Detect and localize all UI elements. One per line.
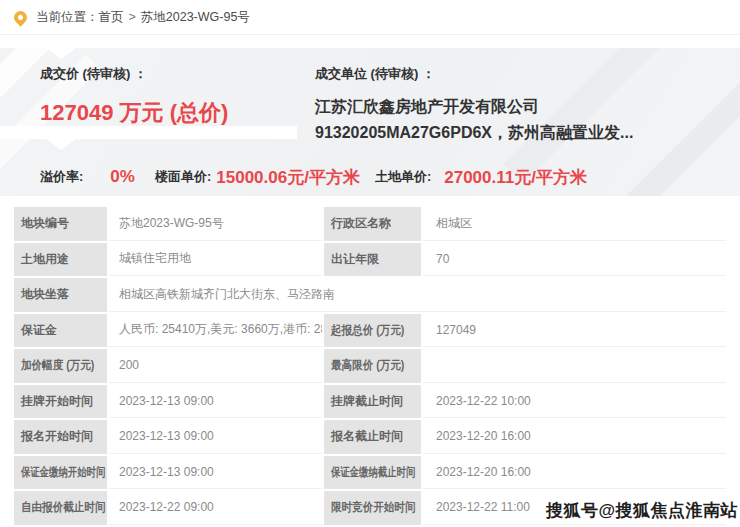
deposit-value: 人民币: 25410万,美元: 3660万,港币: 28590万: [109, 314, 322, 348]
watermark: 搜狐号@搜狐焦点淮南站: [546, 499, 738, 522]
deal-buyer-name: 江苏汇欣鑫房地产开发有限公司 91320205MA27G6PD6X，苏州高融置业…: [315, 94, 730, 146]
breadcrumb-home-link[interactable]: 首页: [99, 9, 124, 26]
location-pin-icon: [11, 8, 29, 26]
bid-increment-label: 加价幅度 (万元): [14, 349, 107, 383]
plot-number-label: 地块编号: [14, 207, 107, 241]
plot-location-label: 地块坐落: [14, 278, 107, 312]
deal-buyer-block: 成交单位 (待审核) ： 江苏汇欣鑫房地产开发有限公司 91320205MA27…: [315, 48, 740, 146]
deal-buyer-line2: 91320205MA27G6PD6X，苏州高融置业发...: [315, 120, 730, 146]
deal-columns: 成交价 (待审核) ： 127049 万元 (总价) 成交单位 (待审核) ： …: [0, 48, 740, 146]
floor-price-value: 15000.06元/平方米: [216, 166, 360, 189]
free-bidding-end-label: 自由报价截止时间: [14, 491, 107, 525]
registration-start-value: 2023-12-13 09:00: [109, 420, 322, 454]
registration-end-value: 2023-12-20 16:00: [423, 420, 726, 454]
registration-start-label: 报名开始时间: [14, 420, 107, 454]
page: 当前位置： 首页 > 苏地2023-WG-95号 成交价 (待审核) ： 127…: [0, 0, 740, 527]
deal-summary-panel: 成交价 (待审核) ： 127049 万元 (总价) 成交单位 (待审核) ： …: [0, 48, 740, 196]
price-cap-value: [423, 349, 726, 383]
tenure-label: 出让年限: [324, 243, 421, 277]
land-use-value: 城镇住宅用地: [109, 243, 322, 277]
floor-price-label: 楼面单价:: [155, 168, 211, 186]
deposit-payment-end-value: 2023-12-20 16:00: [423, 456, 726, 490]
land-detail-table: 地块编号 苏地2023-WG-95号 行政区名称 相城区 土地用途 城镇住宅用地…: [14, 207, 726, 525]
deal-buyer-label: 成交单位 (待审核) ：: [315, 65, 730, 83]
deposit-payment-start-value: 2023-12-13 09:00: [109, 456, 322, 490]
deposit-payment-end-label: 保证金缴纳截止时间: [324, 456, 421, 490]
deposit-payment-start-label: 保证金缴纳开始时间: [14, 456, 107, 490]
district-value: 相城区: [423, 207, 726, 241]
breadcrumb-label: 当前位置：: [36, 9, 99, 26]
listing-start-label: 挂牌开始时间: [14, 385, 107, 419]
listing-end-label: 挂牌截止时间: [324, 385, 421, 419]
premium-rate-value: 0%: [110, 167, 135, 187]
starting-price-value: 127049: [423, 314, 726, 348]
bid-increment-value: 200: [109, 349, 322, 383]
deposit-label: 保证金: [14, 314, 107, 348]
deal-price-value: 127049 万元 (总价): [40, 98, 315, 128]
breadcrumb-current: 苏地2023-WG-95号: [141, 9, 250, 26]
price-metrics-row: 溢价率: 0% 楼面单价: 15000.06元/平方米 土地单价: 27000.…: [40, 161, 587, 193]
deal-price-label: 成交价 (待审核) ：: [40, 65, 315, 83]
price-cap-label: 最高限价 (万元): [324, 349, 421, 383]
premium-rate-label: 溢价率:: [40, 168, 83, 186]
breadcrumb-separator: >: [129, 10, 136, 24]
registration-end-label: 报名截止时间: [324, 420, 421, 454]
timed-bidding-start-label: 限时竞价开始时间: [324, 491, 421, 525]
panel-top-notch: [46, 48, 76, 59]
district-label: 行政区名称: [324, 207, 421, 241]
land-price-value: 27000.11元/平方米: [444, 166, 587, 189]
plot-location-value: 相城区高铁新城齐门北大街东、马泾路南: [109, 278, 726, 312]
land-use-label: 土地用途: [14, 243, 107, 277]
starting-price-label: 起报总价 (万元): [324, 314, 421, 348]
deal-price-block: 成交价 (待审核) ： 127049 万元 (总价): [0, 48, 315, 146]
listing-end-value: 2023-12-22 10:00: [423, 385, 726, 419]
deal-buyer-line1: 江苏汇欣鑫房地产开发有限公司: [315, 94, 730, 120]
tenure-value: 70: [423, 243, 726, 277]
listing-start-value: 2023-12-13 09:00: [109, 385, 322, 419]
free-bidding-end-value: 2023-12-22 09:00: [109, 491, 322, 525]
breadcrumb: 当前位置： 首页 > 苏地2023-WG-95号: [0, 0, 740, 35]
panel-mid-notch: [46, 139, 76, 150]
plot-number-value: 苏地2023-WG-95号: [109, 207, 322, 241]
land-price-label: 土地单价:: [375, 168, 431, 186]
